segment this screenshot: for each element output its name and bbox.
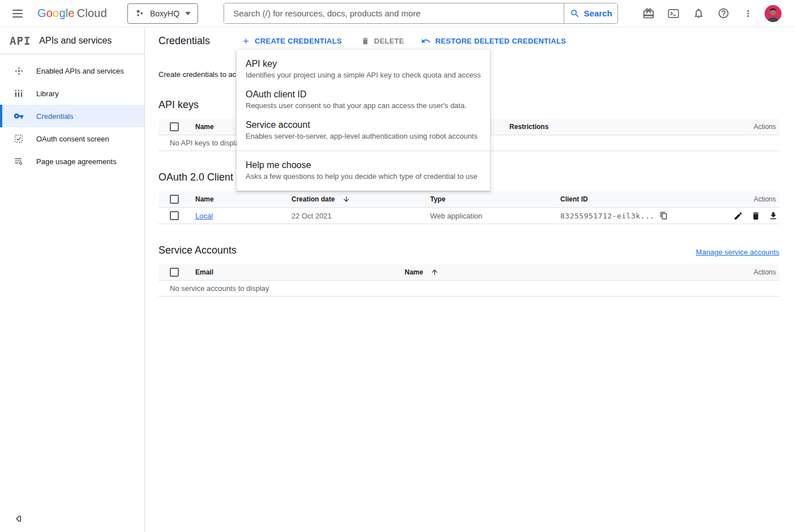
delete-icon[interactable]	[751, 211, 761, 221]
api-product-logo: API	[10, 35, 31, 47]
menu-item-title: OAuth client ID	[246, 89, 481, 100]
copy-client-id-button[interactable]	[660, 212, 668, 220]
column-header-creation-date: Creation date	[291, 195, 335, 203]
search-icon	[570, 8, 580, 19]
client-type-value: Web application	[430, 212, 482, 220]
column-header-actions: Actions	[723, 268, 779, 276]
more-options-button[interactable]	[736, 1, 761, 26]
sidebar-item-label: OAuth consent screen	[36, 135, 109, 143]
sidebar-title: APIs and services	[39, 36, 111, 46]
sidebar-item-label: Page usage agreements	[36, 157, 117, 166]
consent-screen-icon	[14, 134, 24, 144]
menu-item-service-account[interactable]: Service account Enables server-to-server…	[237, 115, 490, 146]
project-selector[interactable]: BoxyHQ	[127, 3, 198, 24]
menu-item-title: Service account	[246, 120, 481, 130]
sidebar-header: API APIs and services	[0, 27, 144, 54]
service-accounts-section-title: Service Accounts	[158, 244, 237, 256]
sidebar-nav: Enabled APIs and services Library Creden…	[0, 54, 144, 173]
search-button-label: Search	[584, 8, 612, 18]
menu-item-api-key[interactable]: API key Identifies your project using a …	[237, 54, 490, 85]
project-name: BoxyHQ	[150, 9, 179, 18]
create-credentials-dropdown: API key Identifies your project using a …	[237, 50, 490, 191]
menu-item-title: API key	[246, 59, 481, 69]
global-search-bar: Search	[224, 3, 618, 24]
sort-descending-icon[interactable]	[342, 195, 350, 203]
sidebar-item-enabled-apis[interactable]: Enabled APIs and services	[0, 59, 144, 82]
logo-cloud-text: Cloud	[77, 7, 107, 19]
oauth-clients-table: Name Creation date Type Client ID Action…	[158, 191, 779, 224]
sidebar-item-page-usage[interactable]: Page usage agreements	[0, 150, 144, 173]
select-all-checkbox[interactable]	[170, 268, 179, 277]
sidebar-item-oauth-consent[interactable]: OAuth consent screen	[0, 127, 144, 150]
delete-label: DELETE	[374, 37, 404, 45]
column-header-name: Name	[195, 195, 291, 203]
restore-deleted-credentials-button[interactable]: RESTORE DELETED CREDENTIALS	[421, 36, 566, 46]
download-icon[interactable]	[769, 211, 778, 221]
bell-icon	[693, 7, 705, 19]
search-button[interactable]: Search	[564, 3, 617, 23]
sidebar: API APIs and services Enabled APIs and s…	[0, 27, 145, 532]
menu-item-help-me-choose[interactable]: Help me choose Asks a few questions to h…	[237, 156, 490, 186]
create-credentials-button[interactable]: CREATE CREDENTIALS	[242, 37, 342, 45]
vertical-dots-icon	[743, 8, 753, 19]
key-icon	[14, 111, 24, 121]
gift-icon	[642, 7, 655, 20]
cloud-shell-button[interactable]	[661, 1, 686, 26]
column-header-restrictions: Restrictions	[509, 123, 723, 131]
menu-item-title: Help me choose	[246, 160, 481, 170]
search-input[interactable]	[224, 3, 564, 23]
menu-item-description: Identifies your project using a simple A…	[246, 71, 481, 79]
select-all-checkbox[interactable]	[170, 195, 179, 204]
chevron-down-icon	[185, 12, 191, 15]
plus-icon	[242, 37, 250, 45]
menu-item-description: Enables server-to-server, app-level auth…	[246, 132, 481, 140]
notifications-button[interactable]	[686, 1, 711, 26]
column-header-email: Email	[195, 268, 405, 276]
sidebar-item-label: Enabled APIs and services	[36, 67, 124, 75]
sidebar-item-library[interactable]: Library	[0, 82, 144, 105]
edit-icon[interactable]	[733, 211, 743, 221]
hamburger-menu-icon[interactable]	[12, 7, 26, 20]
manage-service-accounts-link[interactable]: Manage service accounts	[696, 248, 779, 256]
undo-icon	[421, 36, 431, 46]
trash-icon	[361, 37, 370, 45]
menu-item-oauth-client-id[interactable]: OAuth client ID Requests user consent so…	[237, 85, 490, 115]
menu-item-description: Asks a few questions to help you decide …	[246, 172, 481, 181]
select-all-checkbox[interactable]	[170, 122, 179, 131]
top-app-bar: GoogleCloud BoxyHQ Search	[0, 0, 794, 27]
collapse-sidebar-button[interactable]	[14, 514, 24, 524]
column-header-actions: Actions	[723, 195, 779, 203]
project-icon	[135, 8, 144, 18]
service-accounts-empty-state: No service accounts to display	[158, 281, 779, 297]
account-menu-button[interactable]	[761, 1, 786, 26]
delete-button[interactable]: DELETE	[361, 37, 404, 45]
menu-item-description: Requests user consent so that your app c…	[246, 101, 481, 110]
google-cloud-logo[interactable]: GoogleCloud	[37, 7, 107, 20]
creation-date-value: 22 Oct 2021	[291, 212, 332, 220]
agreements-icon	[14, 156, 24, 166]
table-row: Local 22 Oct 2021 Web application 832559…	[158, 208, 779, 224]
sort-ascending-icon[interactable]	[431, 268, 439, 276]
help-button[interactable]	[711, 1, 736, 26]
client-name-link[interactable]: Local	[195, 212, 213, 220]
restore-label: RESTORE DELETED CREDENTIALS	[435, 37, 566, 45]
cloud-shell-icon	[667, 7, 680, 20]
free-trial-gift-button[interactable]	[636, 1, 661, 26]
row-actions	[723, 211, 779, 221]
oauth-clients-table-header: Name Creation date Type Client ID Action…	[158, 191, 779, 208]
column-header-client-id: Client ID	[560, 195, 723, 203]
column-header-type: Type	[430, 195, 560, 203]
row-checkbox[interactable]	[170, 211, 179, 220]
collapse-left-icon	[14, 514, 23, 524]
sidebar-item-credentials[interactable]: Credentials	[0, 105, 144, 127]
service-accounts-section-head: Service Accounts Manage service accounts	[158, 244, 779, 256]
sidebar-item-label: Credentials	[36, 112, 74, 121]
copy-icon	[660, 212, 668, 220]
library-icon	[14, 88, 24, 98]
menu-divider	[237, 151, 490, 151]
page-title: Credentials	[158, 35, 210, 47]
avatar	[765, 5, 782, 22]
help-icon	[718, 7, 729, 19]
dashboard-icon	[14, 66, 24, 76]
column-header-actions: Actions	[723, 123, 779, 131]
